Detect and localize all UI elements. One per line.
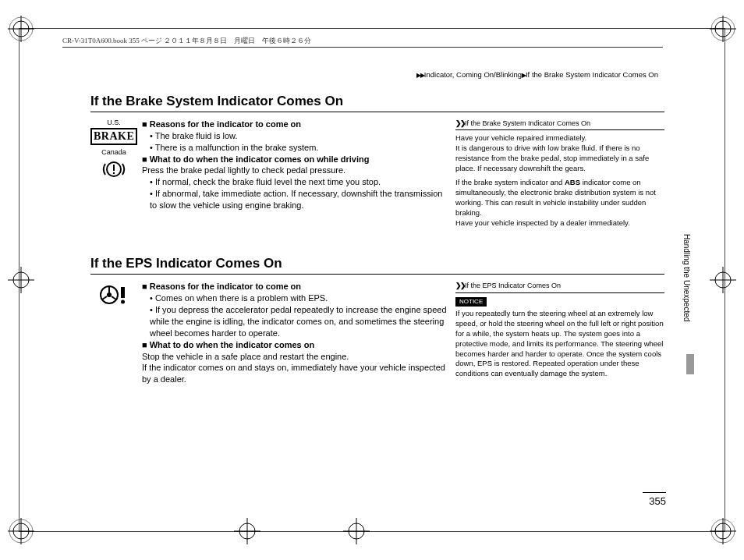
breadcrumb-item: Indicator, Coming On/Blinking — [424, 70, 522, 79]
cropmark-icon — [234, 518, 260, 544]
page-number-rule — [643, 492, 666, 493]
svg-line-34 — [102, 296, 107, 299]
section-eps: ■ Reasons for the indicator to come on C… — [90, 281, 664, 385]
bullet: If normal, check the brake fluid level t… — [150, 176, 448, 188]
cropmark-icon — [710, 518, 736, 544]
notice-badge: NOTICE — [455, 297, 487, 307]
cropmark-icon — [8, 267, 34, 293]
section-title-brake: If the Brake System Indicator Comes On — [90, 94, 664, 112]
bullet: There is a malfunction in the brake syst… — [150, 142, 448, 154]
brake-warning-icon — [90, 158, 137, 183]
chapter-tab: Handling the Unexpected — [682, 234, 691, 321]
cropmark-icon — [710, 267, 736, 293]
body-brake: ■ Reasons for the indicator to come on T… — [137, 119, 455, 232]
section-title-eps: If the EPS Indicator Comes On — [90, 256, 664, 275]
book-info-text: CR-V-31T0A600.book 355 ページ ２０１１年８月８日 月曜日… — [62, 37, 311, 44]
cropmark-icon — [343, 518, 370, 544]
section-brake: U.S. BRAKE Canada ■ Reasons for the indi… — [90, 119, 664, 232]
svg-point-32 — [107, 292, 112, 297]
body-text: If the indicator comes on and stays on, … — [142, 362, 448, 385]
chevron-icon: ❯❯ — [455, 282, 465, 289]
thumb-index-block — [686, 354, 694, 374]
label-us: U.S. — [90, 119, 137, 126]
sidebar-heading: ❯❯If the Brake System Indicator Comes On — [455, 119, 664, 130]
cropmark-icon — [8, 518, 34, 544]
bullet: The brake fluid is low. — [150, 130, 448, 142]
label-canada: Canada — [90, 148, 137, 156]
svg-line-35 — [112, 296, 116, 299]
chevron-icon: ❯❯ — [455, 119, 465, 127]
sidebar-head-text: If the Brake System Indicator Comes On — [465, 119, 590, 127]
sidebar-head-text: If the EPS Indicator Comes On — [465, 282, 561, 289]
subhead-whattodo: ■ What to do when the indicator comes on… — [142, 154, 369, 164]
svg-point-30 — [113, 172, 115, 174]
header-rule — [62, 47, 663, 48]
eps-indicator-icon — [90, 284, 137, 307]
sidebar-eps: ❯❯If the EPS Indicator Comes On NOTICE I… — [455, 281, 664, 385]
subhead-whattodo: ■ What to do when the indicator comes on — [142, 340, 314, 349]
breadcrumb-arrow-icon: ▶▶ — [416, 72, 424, 79]
svg-point-37 — [121, 300, 125, 304]
svg-rect-36 — [121, 287, 125, 298]
body-eps: ■ Reasons for the indicator to come on C… — [137, 281, 455, 385]
bullet: If you depress the accelerator pedal rep… — [150, 304, 448, 339]
breadcrumb-item: If the Brake System Indicator Comes On — [526, 70, 658, 79]
cropmark-icon — [710, 16, 736, 42]
cropmark-icon — [8, 16, 34, 42]
sidebar-brake: ❯❯If the Brake System Indicator Comes On… — [455, 119, 664, 232]
book-header: CR-V-31T0A600.book 355 ページ ２０１１年８月８日 月曜日… — [62, 36, 311, 46]
brake-indicator-icon: BRAKE — [90, 128, 137, 145]
side-text: It is dangerous to drive with low brake … — [455, 144, 649, 172]
breadcrumb: ▶▶Indicator, Coming On/Blinking▶If the B… — [416, 70, 658, 79]
sidebar-heading: ❯❯If the EPS Indicator Comes On — [455, 281, 664, 292]
indicator-icons-eps — [90, 281, 137, 385]
page-number: 355 — [649, 495, 666, 507]
bullet: If abnormal, take immediate action. If n… — [150, 188, 448, 211]
body-text: Stop the vehicle in a safe place and res… — [142, 351, 448, 363]
bullet: Comes on when there is a problem with EP… — [150, 292, 448, 304]
page-content: If the Brake System Indicator Comes On U… — [90, 94, 664, 385]
side-text: Have your vehicle repaired immediately. — [455, 133, 586, 142]
body-text: Press the brake pedal lightly to check p… — [142, 165, 448, 176]
indicator-icons-brake: U.S. BRAKE Canada — [90, 119, 137, 232]
side-text: If you repeatedly turn the steering whee… — [455, 309, 664, 379]
subhead-reasons: ■ Reasons for the indicator to come on — [142, 119, 301, 129]
subhead-reasons: ■ Reasons for the indicator to come on — [142, 282, 301, 291]
side-text: If the brake system indicator and ABS in… — [455, 178, 664, 228]
